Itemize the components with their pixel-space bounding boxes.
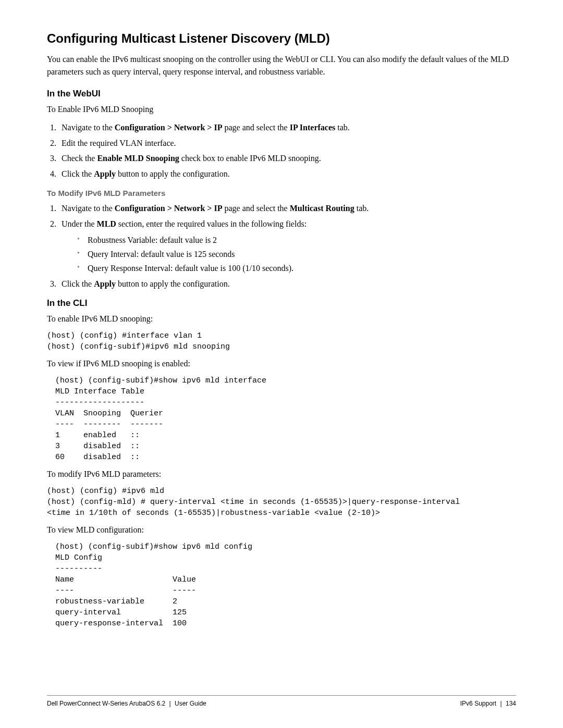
page-footer: Dell PowerConnect W-Series ArubaOS 6.2 |…: [47, 695, 516, 707]
list-item: Navigate to the Configuration > Network …: [58, 121, 516, 134]
list-item: Click the Apply button to apply the conf…: [58, 277, 516, 291]
text: Under the: [62, 219, 97, 228]
footer-right: IPv6 Support | 134: [460, 700, 516, 707]
webui-steps: Navigate to the Configuration > Network …: [47, 121, 516, 180]
text: Click the: [62, 169, 94, 178]
text: button to apply the configuration.: [116, 169, 230, 178]
intro-paragraph: You can enable the IPv6 multicast snoopi…: [47, 53, 516, 78]
text: page and select the: [222, 204, 289, 213]
checkbox-label: Enable MLD Snooping: [97, 154, 179, 163]
modify-steps: Navigate to the Configuration > Network …: [47, 202, 516, 290]
code-block-interface-table: (host) (config-subif)#show ipv6 mld inte…: [55, 375, 516, 463]
separator: |: [169, 700, 171, 707]
list-item: Edit the required VLAN interface.: [58, 137, 516, 150]
text: check box to enable IPv6 MLD snooping.: [179, 154, 321, 163]
text: Check the: [62, 154, 97, 163]
button-label: Apply: [94, 169, 116, 178]
button-label: Apply: [94, 279, 116, 288]
text: page and select the: [222, 123, 289, 132]
text: tab.: [354, 204, 369, 213]
list-item: Navigate to the Configuration > Network …: [58, 202, 516, 215]
cli-lead-2: To view if IPv6 MLD snooping is enabled:: [47, 357, 516, 370]
text: Click the: [62, 279, 94, 288]
page-title: Configuring Multicast Listener Discovery…: [47, 31, 516, 46]
product-name: Dell PowerConnect W-Series ArubaOS 6.2: [47, 700, 165, 707]
list-item: Under the MLD section, enter the require…: [58, 217, 516, 275]
nav-path: Configuration > Network > IP: [115, 204, 223, 213]
text: tab.: [335, 123, 350, 132]
cli-lead-1: To enable IPv6 MLD snooping:: [47, 313, 516, 325]
code-block-modify: (host) (config) #ipv6 mld (host) (config…: [47, 486, 516, 519]
tab-name: IP Interfaces: [290, 123, 336, 132]
text: button to apply the configuration.: [116, 279, 230, 288]
section-modify-heading: To Modify IPv6 MLD Parameters: [47, 189, 516, 198]
text: Navigate to the: [62, 123, 115, 132]
chapter-name: IPv6 Support: [460, 700, 496, 707]
list-item: Query Response Interval: default value i…: [77, 261, 516, 275]
section-name: MLD: [97, 219, 116, 228]
doc-type: User Guide: [175, 700, 206, 707]
mld-fields-list: Robustness Variable: default value is 2 …: [62, 233, 516, 276]
webui-lead: To Enable IPv6 MLD Snooping: [47, 103, 516, 116]
list-item: Click the Apply button to apply the conf…: [58, 167, 516, 181]
section-webui-heading: In the WebUI: [47, 89, 516, 99]
footer-left: Dell PowerConnect W-Series ArubaOS 6.2 |…: [47, 700, 206, 707]
text: section, enter the required values in th…: [116, 219, 307, 228]
cli-lead-3: To modify IPv6 MLD parameters:: [47, 468, 516, 480]
tab-name: Multicast Routing: [290, 204, 354, 213]
nav-path: Configuration > Network > IP: [115, 123, 223, 132]
section-cli-heading: In the CLI: [47, 298, 516, 309]
list-item: Query Interval: default value is 125 sec…: [77, 247, 516, 261]
separator: |: [500, 700, 502, 707]
code-block-config: (host) (config-subif)#show ipv6 mld conf…: [55, 541, 516, 629]
list-item: Robustness Variable: default value is 2: [77, 233, 516, 247]
list-item: Check the Enable MLD Snooping check box …: [58, 152, 516, 165]
text: Navigate to the: [62, 204, 115, 213]
code-block-enable: (host) (config) #interface vlan 1 (host)…: [47, 330, 516, 352]
page-number: 134: [506, 700, 516, 707]
cli-lead-4: To view MLD configuration:: [47, 524, 516, 536]
